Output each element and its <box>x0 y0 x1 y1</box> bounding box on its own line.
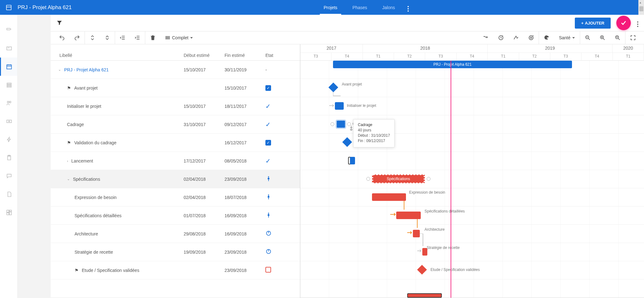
handle-right[interactable] <box>427 177 430 181</box>
quarter-header: T4 <box>331 53 363 61</box>
bar-initialiser[interactable] <box>335 102 344 110</box>
outdent-button[interactable] <box>115 31 130 44</box>
zoom-fit-button[interactable] <box>610 31 625 44</box>
confirm-button[interactable] <box>616 16 631 30</box>
grid-row[interactable]: ›Lancement17/12/201708/05/2018✓ <box>51 152 300 170</box>
rail-item-clipboard[interactable] <box>0 149 17 167</box>
nav-tab-jalons[interactable]: Jalons <box>375 0 402 15</box>
col-header-end[interactable]: Fin estimé <box>225 53 265 58</box>
bar-architecture[interactable] <box>413 230 420 237</box>
svg-rect-8 <box>7 83 11 84</box>
cell-start: 19/09/2018 <box>184 250 225 255</box>
app-title: PRJ - Projet Alpha 621 <box>18 4 72 11</box>
expand-icon[interactable]: › <box>67 159 68 163</box>
bar-specifications[interactable]: Spécifications <box>372 174 425 183</box>
bar-expression[interactable] <box>372 193 406 201</box>
task-label: Etude / Specification validées <box>82 268 139 273</box>
svg-point-44 <box>268 213 269 214</box>
rail-item-money[interactable] <box>0 112 17 130</box>
today-marker <box>451 61 451 298</box>
grid-row[interactable]: Expression de besoin02/04/201818/07/2018 <box>51 188 300 207</box>
flag-icon: ⚑ <box>67 86 71 91</box>
zoom-out-button[interactable] <box>580 31 595 44</box>
rail-item-people[interactable] <box>0 94 17 112</box>
reschedule-button[interactable] <box>493 31 508 44</box>
quarter-header: T3 <box>425 53 456 61</box>
health-select[interactable]: Santé <box>554 35 580 40</box>
undo-button[interactable] <box>54 31 69 44</box>
grid-row[interactable]: ⌄Spécifications02/04/201823/09/2018 <box>51 170 300 188</box>
cell-start: 02/04/2018 <box>184 177 225 182</box>
grid-row[interactable]: ⚑Etude / Specification validées23/09/201… <box>51 261 300 279</box>
expand-icon[interactable]: ⌄ <box>58 68 61 72</box>
add-button[interactable]: +AJOUTER <box>575 18 611 29</box>
link-tasks-button[interactable] <box>478 31 493 44</box>
target-button[interactable] <box>524 31 539 44</box>
rail-item-dashboard[interactable] <box>0 203 17 222</box>
cell-start: 15/10/2017 <box>184 67 225 72</box>
grid-row[interactable]: ⌄PRJ - Projet Alpha 62115/10/201730/11/2… <box>51 61 300 79</box>
quarter-header: T3 <box>550 53 581 61</box>
grid-row[interactable]: Cadrage31/10/201709/12/2017✓ <box>51 115 300 134</box>
bar-partial-bottom[interactable] <box>407 293 442 298</box>
svg-point-32 <box>530 37 532 39</box>
nav-overflow-button[interactable] <box>402 3 418 12</box>
color-button[interactable] <box>539 31 554 44</box>
grid-row[interactable]: Spécifications détaillées01/07/201816/09… <box>51 207 300 225</box>
milestone-etude[interactable] <box>417 265 427 274</box>
svg-point-31 <box>529 36 533 40</box>
checkbox-icon[interactable]: ✓ <box>265 85 271 91</box>
checkbox-icon[interactable]: ✓ <box>265 140 271 146</box>
task-tooltip: Cadrage 40 jours Début : 31/10/2017 Fin … <box>353 119 395 147</box>
grid-row[interactable]: Architecture29/08/201816/09/2018 <box>51 225 300 243</box>
expand-icon[interactable]: ⌄ <box>67 177 70 181</box>
rail-item-calendar[interactable] <box>0 58 17 76</box>
grid-row[interactable]: Stratégie de recette19/09/201823/09/2018 <box>51 243 300 261</box>
collapse-all-button[interactable] <box>85 31 100 44</box>
cell-end: 18/07/2018 <box>225 195 265 200</box>
bar-label: Spécifications détaillées <box>425 209 465 213</box>
col-header-state[interactable]: Etat <box>265 53 300 58</box>
nav-tab-projets[interactable]: Projets <box>316 0 345 15</box>
indent-button[interactable] <box>130 31 145 44</box>
bar-project[interactable]: PRJ - Projet Alpha 621 <box>333 61 572 68</box>
fullscreen-button[interactable] <box>625 31 640 44</box>
rail-item-bolt[interactable] <box>0 130 17 149</box>
task-label: Validation du cadrage <box>74 140 116 145</box>
rail-item-tag[interactable] <box>0 21 17 39</box>
redo-button[interactable] <box>69 31 85 44</box>
zoom-in-button[interactable] <box>595 31 610 44</box>
bar-cadrage[interactable] <box>336 120 345 128</box>
dependency-arrow <box>329 103 336 108</box>
svg-rect-0 <box>7 5 11 10</box>
view-mode-select[interactable]: Complet <box>160 35 198 40</box>
bar-lancement[interactable] <box>350 157 355 164</box>
filter-button[interactable] <box>56 19 63 27</box>
svg-rect-17 <box>7 210 9 212</box>
handle-left[interactable] <box>330 122 334 126</box>
nav-tab-phases[interactable]: Phases <box>345 0 375 15</box>
delete-button[interactable] <box>145 31 160 44</box>
task-label: Initialiser le projet <box>67 104 101 109</box>
rail-item-stack[interactable] <box>0 76 17 94</box>
milestone-validation[interactable] <box>342 137 352 147</box>
rail-item-card[interactable] <box>0 39 17 58</box>
rail-item-file[interactable] <box>0 185 17 203</box>
rail-item-chat[interactable] <box>0 167 17 185</box>
col-header-libelle[interactable]: Libellé <box>51 53 184 58</box>
grid-row[interactable]: Initialiser le projet15/10/201718/11/201… <box>51 97 300 115</box>
task-label: Lancement <box>71 158 93 163</box>
expand-all-button[interactable] <box>100 31 115 44</box>
handle-left[interactable] <box>366 177 370 181</box>
svg-line-34 <box>588 39 590 40</box>
actionbar-more-button[interactable] <box>637 19 638 27</box>
grid-row[interactable]: ⚑Validation du cadrage16/12/2017✓ <box>51 134 300 152</box>
grid-row[interactable]: ⚑Avant projet15/10/2017✓ <box>51 79 300 97</box>
task-label: Stratégie de recette <box>75 250 113 255</box>
checkbox-outline-icon[interactable] <box>265 267 271 273</box>
task-label: Cadrage <box>67 122 84 127</box>
critical-path-button[interactable] <box>508 31 524 44</box>
handle-right[interactable] <box>347 122 351 126</box>
col-header-start[interactable]: Début estimé <box>184 53 225 58</box>
bar-spec-detail[interactable] <box>396 212 421 219</box>
